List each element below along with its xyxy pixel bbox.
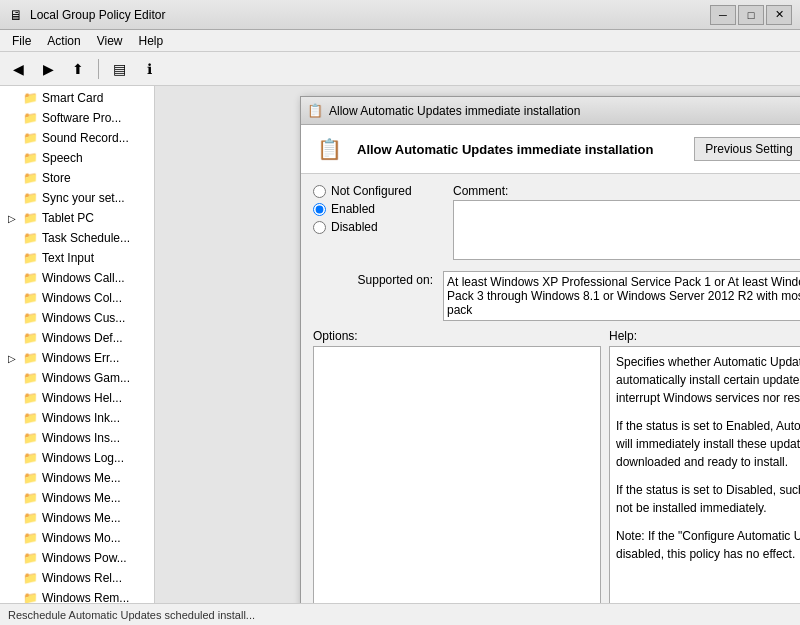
radio-enabled[interactable]: Enabled	[313, 202, 443, 216]
close-button[interactable]: ✕	[766, 5, 792, 25]
sidebar-item-tablet-pc[interactable]: ▷ 📁 Tablet PC	[0, 208, 154, 228]
radio-enabled-input[interactable]	[313, 203, 326, 216]
sidebar-item-win-me2[interactable]: 📁 Windows Me...	[0, 488, 154, 508]
options-section: Options:	[313, 329, 601, 603]
folder-icon: 📁	[22, 410, 38, 426]
help-text-1: Specifies whether Automatic Updates shou…	[616, 353, 800, 407]
sidebar-item-store[interactable]: 📁 Store	[0, 168, 154, 188]
sidebar-label: Sync your set...	[42, 191, 125, 205]
sidebar-item-sound-record[interactable]: 📁 Sound Record...	[0, 128, 154, 148]
radio-group: Not Configured Enabled Disabled	[313, 184, 443, 263]
sidebar-item-win-me3[interactable]: 📁 Windows Me...	[0, 508, 154, 528]
sidebar-item-win-cus[interactable]: 📁 Windows Cus...	[0, 308, 154, 328]
radio-disabled-label: Disabled	[331, 220, 378, 234]
sidebar-item-win-gam[interactable]: 📁 Windows Gam...	[0, 368, 154, 388]
folder-icon: 📁	[22, 150, 38, 166]
folder-icon: 📁	[22, 490, 38, 506]
sidebar-item-win-def[interactable]: 📁 Windows Def...	[0, 328, 154, 348]
folder-icon: 📁	[22, 330, 38, 346]
radio-disabled-input[interactable]	[313, 221, 326, 234]
sidebar-item-win-err[interactable]: ▷ 📁 Windows Err...	[0, 348, 154, 368]
dialog-header-icon: 📋	[313, 133, 345, 165]
sidebar-item-win-col[interactable]: 📁 Windows Col...	[0, 288, 154, 308]
sidebar-item-win-log[interactable]: 📁 Windows Log...	[0, 448, 154, 468]
sidebar-item-speech[interactable]: 📁 Speech	[0, 148, 154, 168]
sidebar-label: Software Pro...	[42, 111, 121, 125]
minimize-button[interactable]: ─	[710, 5, 736, 25]
sidebar-item-win-mo[interactable]: 📁 Windows Mo...	[0, 528, 154, 548]
radio-disabled[interactable]: Disabled	[313, 220, 443, 234]
sidebar-item-win-me1[interactable]: 📁 Windows Me...	[0, 468, 154, 488]
folder-icon: 📁	[22, 210, 38, 226]
sidebar-label: Windows Ins...	[42, 431, 120, 445]
menu-view[interactable]: View	[89, 32, 131, 50]
maximize-button[interactable]: □	[738, 5, 764, 25]
sidebar-item-smart-card[interactable]: 📁 Smart Card	[0, 88, 154, 108]
folder-icon: 📁	[22, 590, 38, 603]
dialog-header: 📋 Allow Automatic Updates immediate inst…	[301, 125, 800, 174]
sidebar-item-sync[interactable]: 📁 Sync your set...	[0, 188, 154, 208]
properties-button[interactable]: ℹ	[135, 56, 163, 82]
menu-file[interactable]: File	[4, 32, 39, 50]
comment-input[interactable]	[453, 200, 800, 260]
sidebar-label: Text Input	[42, 251, 94, 265]
folder-icon: 📁	[22, 350, 38, 366]
comment-label: Comment:	[453, 184, 800, 198]
show-hide-button[interactable]: ▤	[105, 56, 133, 82]
sidebar-item-text-input[interactable]: 📁 Text Input	[0, 248, 154, 268]
sidebar-label: Windows Rel...	[42, 571, 122, 585]
folder-icon: 📁	[22, 570, 38, 586]
options-box	[313, 346, 601, 603]
up-button[interactable]: ⬆	[64, 56, 92, 82]
forward-button[interactable]: ▶	[34, 56, 62, 82]
help-text-2: If the status is set to Enabled, Automat…	[616, 417, 800, 471]
help-label: Help:	[609, 329, 800, 343]
sidebar-label: Windows Pow...	[42, 551, 127, 565]
radio-not-configured-input[interactable]	[313, 185, 326, 198]
supported-text: At least Windows XP Professional Service…	[447, 275, 800, 317]
sidebar-item-task-scheduler[interactable]: 📁 Task Schedule...	[0, 228, 154, 248]
panels-row: Options: Help: Specifies whether Automat…	[313, 329, 800, 603]
sidebar-item-win-ink[interactable]: 📁 Windows Ink...	[0, 408, 154, 428]
app-icon: 🖥	[8, 7, 24, 23]
sidebar-item-win-rel[interactable]: 📁 Windows Rel...	[0, 568, 154, 588]
toolbar: ◀ ▶ ⬆ ▤ ℹ	[0, 52, 800, 86]
sidebar-label: Speech	[42, 151, 83, 165]
folder-icon: 📁	[22, 510, 38, 526]
sidebar-label: Windows Mo...	[42, 531, 121, 545]
sidebar-item-win-rem1[interactable]: 📁 Windows Rem...	[0, 588, 154, 603]
folder-icon: 📁	[22, 370, 38, 386]
sidebar-item-win-pow[interactable]: 📁 Windows Pow...	[0, 548, 154, 568]
dialog-window: 📋 Allow Automatic Updates immediate inst…	[300, 96, 800, 603]
sidebar-label: Smart Card	[42, 91, 103, 105]
sidebar-item-software-protection[interactable]: 📁 Software Pro...	[0, 108, 154, 128]
folder-icon: 📁	[22, 450, 38, 466]
menu-help[interactable]: Help	[131, 32, 172, 50]
sidebar-label: Task Schedule...	[42, 231, 130, 245]
previous-setting-button[interactable]: Previous Setting	[694, 137, 800, 161]
sidebar-item-win-ins[interactable]: 📁 Windows Ins...	[0, 428, 154, 448]
help-text-3: If the status is set to Disabled, such u…	[616, 481, 800, 517]
config-row: Not Configured Enabled Disabled	[313, 184, 800, 263]
sidebar: 📁 Smart Card 📁 Software Pro... 📁 Sound R…	[0, 86, 155, 603]
folder-icon: 📁	[22, 470, 38, 486]
toolbar-separator	[98, 59, 99, 79]
sidebar-label: Windows Err...	[42, 351, 119, 365]
sidebar-label: Windows Log...	[42, 451, 124, 465]
sidebar-label: Windows Col...	[42, 291, 122, 305]
dialog-icon: 📋	[307, 103, 323, 119]
sidebar-label: Store	[42, 171, 71, 185]
back-button[interactable]: ◀	[4, 56, 32, 82]
title-bar-buttons: ─ □ ✕	[710, 5, 792, 25]
sidebar-item-win-hel[interactable]: 📁 Windows Hel...	[0, 388, 154, 408]
right-panel: 📋 Allow Automatic Updates immediate inst…	[155, 86, 800, 603]
radio-not-configured[interactable]: Not Configured	[313, 184, 443, 198]
menu-action[interactable]: Action	[39, 32, 88, 50]
folder-icon: 📁	[22, 250, 38, 266]
folder-icon: 📁	[22, 550, 38, 566]
folder-icon: 📁	[22, 290, 38, 306]
sidebar-label: Windows Hel...	[42, 391, 122, 405]
sidebar-item-win-call[interactable]: 📁 Windows Call...	[0, 268, 154, 288]
supported-label: Supported on:	[313, 271, 433, 287]
dialog-nav-buttons: Previous Setting Next Setting	[694, 137, 800, 161]
